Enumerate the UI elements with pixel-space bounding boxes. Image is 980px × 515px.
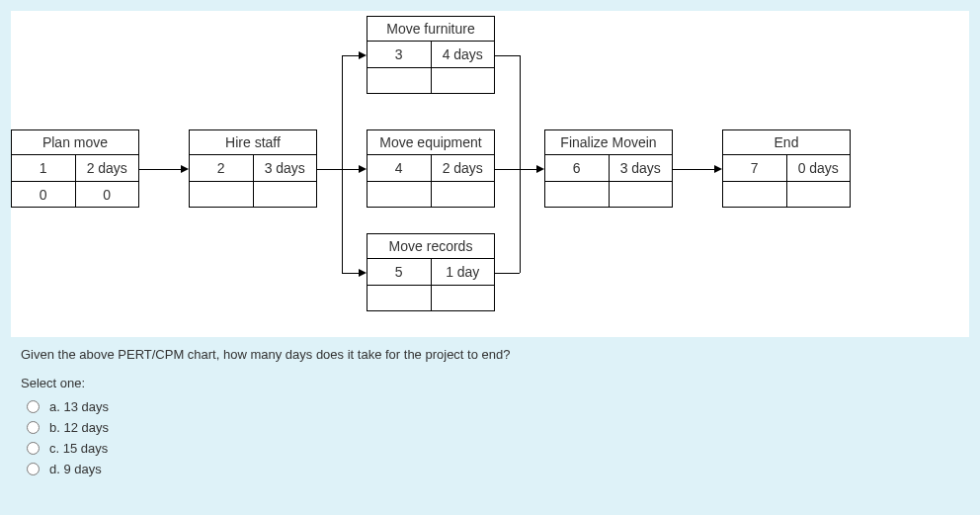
node-title: Move furniture	[368, 17, 494, 42]
option-c-label: c. 15 days	[49, 441, 108, 456]
node-dur: 2 days	[76, 155, 139, 181]
node-id: 4	[368, 155, 432, 181]
edge	[520, 55, 521, 169]
node-title: End	[723, 130, 850, 155]
node-finalize-movein: Finalize Movein 6 3 days	[544, 129, 673, 208]
node-id: 1	[12, 155, 76, 181]
node-hire-staff: Hire staff 2 3 days	[189, 129, 317, 208]
node-plan-move: Plan move 1 2 days 0 0	[11, 129, 139, 208]
node-dur: 4 days	[432, 42, 495, 67]
arrow-icon	[359, 51, 367, 59]
node-title: Move records	[368, 234, 494, 259]
node-id: 5	[368, 259, 432, 285]
arrow-icon	[181, 165, 189, 173]
option-d-radio[interactable]	[27, 463, 40, 475]
question-text: Given the above PERT/CPM chart, how many…	[21, 347, 959, 362]
node-move-records: Move records 5 1 day	[367, 233, 495, 311]
pert-diagram: Plan move 1 2 days 0 0 Hire staff 2 3 da…	[11, 11, 969, 337]
node-es: 0	[12, 181, 76, 207]
edge	[342, 55, 359, 56]
node-dur: 3 days	[254, 155, 317, 181]
node-id: 6	[545, 155, 610, 181]
option-a-label: a. 13 days	[49, 399, 109, 414]
edge	[342, 55, 343, 169]
option-c-radio[interactable]	[27, 442, 40, 455]
node-end: End 7 0 days	[722, 129, 851, 208]
option-c[interactable]: c. 15 days	[21, 438, 959, 459]
option-d[interactable]: d. 9 days	[21, 459, 959, 479]
arrow-icon	[536, 165, 544, 173]
options-list: a. 13 days b. 12 days c. 15 days d. 9 da…	[21, 396, 959, 479]
option-b-label: b. 12 days	[49, 420, 109, 435]
edge	[139, 169, 181, 170]
node-dur: 1 day	[432, 259, 495, 285]
node-dur: 2 days	[432, 155, 495, 181]
edge	[342, 169, 343, 273]
node-title: Plan move	[12, 130, 138, 155]
option-a-radio[interactable]	[27, 400, 40, 413]
question-card: Plan move 1 2 days 0 0 Hire staff 2 3 da…	[10, 10, 970, 500]
node-id: 3	[368, 42, 432, 67]
node-id: 2	[190, 155, 254, 181]
edge	[495, 169, 536, 170]
node-dur: 0 days	[787, 155, 851, 181]
edge	[673, 169, 714, 170]
question-stem: Select one:	[21, 376, 959, 390]
node-title: Finalize Movein	[545, 130, 672, 155]
node-move-furniture: Move furniture 3 4 days	[367, 16, 495, 94]
node-title: Hire staff	[190, 130, 316, 155]
option-b-radio[interactable]	[27, 421, 40, 434]
option-a[interactable]: a. 13 days	[21, 396, 959, 417]
arrow-icon	[359, 165, 367, 173]
edge	[495, 273, 520, 274]
node-ef: 0	[76, 181, 139, 207]
edge	[342, 273, 359, 274]
edge	[520, 169, 521, 273]
edge	[495, 55, 520, 56]
node-id: 7	[723, 155, 787, 181]
arrow-icon	[359, 269, 367, 277]
option-d-label: d. 9 days	[49, 462, 102, 476]
question-area: Given the above PERT/CPM chart, how many…	[11, 337, 969, 499]
node-move-equipment: Move equipment 4 2 days	[367, 129, 495, 208]
arrow-icon	[714, 165, 722, 173]
edge	[317, 169, 359, 170]
node-title: Move equipment	[368, 130, 494, 155]
option-b[interactable]: b. 12 days	[21, 417, 959, 438]
node-dur: 3 days	[610, 155, 673, 181]
